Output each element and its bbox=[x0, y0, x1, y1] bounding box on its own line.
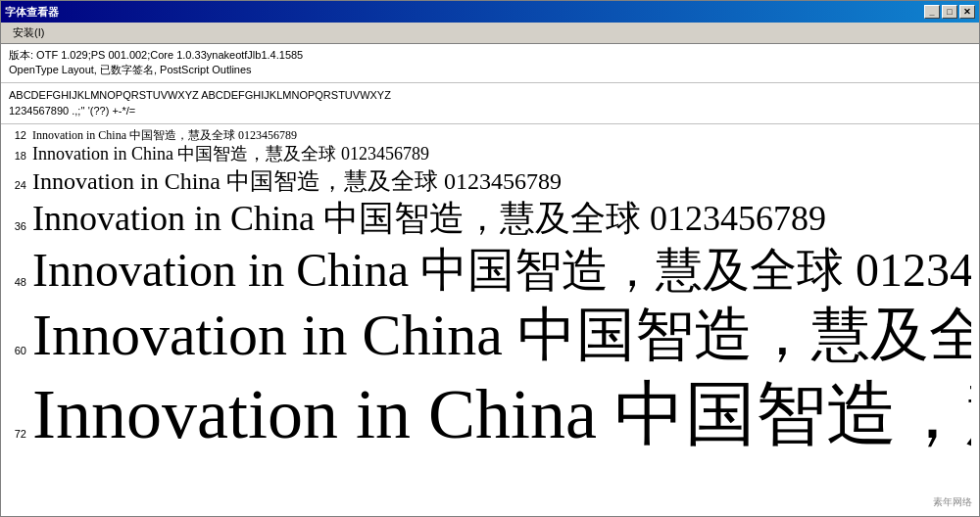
size-label: 72 bbox=[9, 428, 32, 440]
title-bar-text: 字体查看器 bbox=[5, 5, 59, 20]
preview-row: 12Innovation in China 中国智造，慧及全球 01234567… bbox=[9, 128, 971, 142]
preview-text: Innovation in China 中国智造，慧及全球 bbox=[32, 300, 971, 370]
size-label: 48 bbox=[9, 276, 32, 288]
install-menu-item[interactable]: 安装(I) bbox=[5, 24, 52, 42]
preview-text: Innovation in China 中国智造，慧及全球 0123456789 bbox=[32, 144, 429, 165]
size-label: 12 bbox=[9, 129, 32, 141]
preview-text: Innovation in China 中国智造，慧及全球 0123456789 bbox=[32, 167, 562, 196]
maximize-button[interactable]: □ bbox=[942, 5, 957, 19]
menu-bar: 安装(I) bbox=[1, 23, 979, 44]
charset-bar: ABCDEFGHIJKLMNOPQRSTUVWXYZ ABCDEFGHIJKLM… bbox=[1, 83, 979, 124]
preview-text: Innovation in China 中国智造，慧及全球 0123456789 bbox=[32, 242, 971, 299]
title-bar-buttons: _ □ ✕ bbox=[924, 5, 975, 19]
size-label: 36 bbox=[9, 220, 32, 232]
preview-row: 18Innovation in China 中国智造，慧及全球 01234567… bbox=[9, 144, 971, 165]
close-button[interactable]: ✕ bbox=[959, 5, 975, 19]
main-window: 字体查看器 _ □ ✕ 安装(I) 版本: OTF 1.029;PS 001.0… bbox=[0, 0, 980, 517]
watermark: 素年网络 bbox=[933, 495, 972, 509]
charset-line1: ABCDEFGHIJKLMNOPQRSTUVWXYZ ABCDEFGHIJKLM… bbox=[9, 87, 971, 104]
preview-row: 36Innovation in China 中国智造，慧及全球 01234567… bbox=[9, 198, 971, 240]
preview-area: 12Innovation in China 中国智造，慧及全球 01234567… bbox=[1, 124, 979, 516]
title-bar: 字体查看器 _ □ ✕ bbox=[1, 1, 979, 23]
preview-text: Innovation in China 中国智造，慧及全球 0123456789 bbox=[32, 198, 826, 240]
size-label: 24 bbox=[9, 179, 32, 191]
info-bar: 版本: OTF 1.029;PS 001.002;Core 1.0.33ynak… bbox=[1, 44, 979, 83]
size-label: 60 bbox=[9, 345, 32, 356]
preview-row: 24Innovation in China 中国智造，慧及全球 01234567… bbox=[9, 167, 971, 196]
size-label: 18 bbox=[9, 150, 32, 162]
preview-row: 72Innovation in China 中国智造，慧 bbox=[9, 372, 971, 456]
content-area: 版本: OTF 1.029;PS 001.002;Core 1.0.33ynak… bbox=[1, 44, 979, 516]
charset-line2: 1234567890 .,;'' '(??) +-*/= bbox=[9, 103, 971, 119]
info-line2: OpenType Layout, 已数字签名, PostScript Outli… bbox=[9, 63, 971, 77]
preview-text: Innovation in China 中国智造，慧及全球 0123456789 bbox=[32, 128, 297, 142]
info-line1: 版本: OTF 1.029;PS 001.002;Core 1.0.33ynak… bbox=[9, 48, 971, 63]
minimize-button[interactable]: _ bbox=[924, 5, 940, 19]
preview-row: 60Innovation in China 中国智造，慧及全球 bbox=[9, 300, 971, 370]
preview-text: Innovation in China 中国智造，慧 bbox=[32, 372, 971, 456]
preview-row: 48Innovation in China 中国智造，慧及全球 01234567… bbox=[9, 242, 971, 299]
